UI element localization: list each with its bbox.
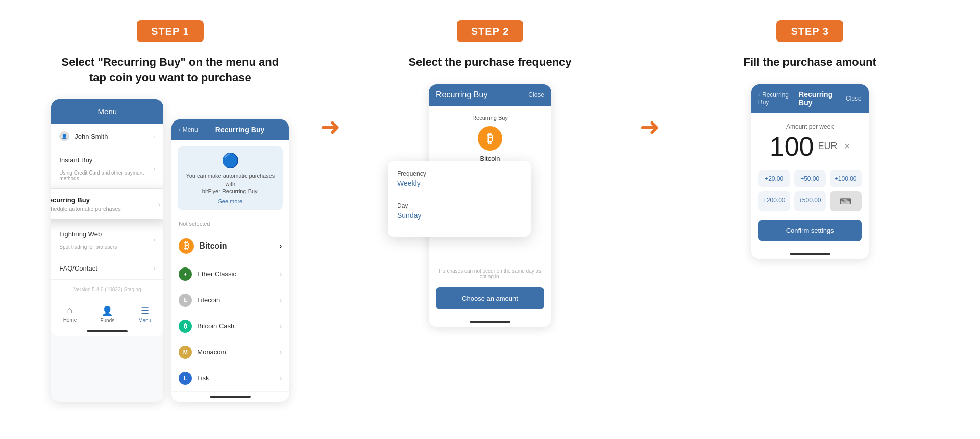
instant-buy-label: Instant Buy <box>59 156 92 164</box>
day-value[interactable]: Sunday <box>397 211 522 220</box>
menu-icon: ☰ <box>141 305 149 316</box>
amount-close-btn[interactable]: Close <box>846 95 862 102</box>
amount-header-title: Recurring Buy <box>799 90 846 107</box>
tab-funds[interactable]: 👤 Funds <box>89 300 126 326</box>
amount-back-btn[interactable]: ‹ Recurring Buy <box>758 91 799 106</box>
day-row: Day Sunday <box>397 202 522 220</box>
arrow-2-3: ➜ <box>640 112 660 141</box>
bottom-note: Purchases can not occur on the same day … <box>429 264 551 283</box>
arrow-1-2: ➜ <box>320 112 340 141</box>
funds-icon: 👤 <box>102 305 113 316</box>
chevron-icon: › <box>153 165 155 173</box>
not-selected-label: Not selected <box>172 216 289 231</box>
recurring-buy-sublabel: Recurring Buy <box>472 115 508 121</box>
step-3-badge: STEP 3 <box>776 20 843 42</box>
amount-value: 100 <box>770 133 814 160</box>
menu-item-user[interactable]: 👤 John Smith › <box>51 124 163 149</box>
step-2-badge: STEP 2 <box>457 20 524 42</box>
chevron-icon: › <box>153 236 155 243</box>
chevron-icon: › <box>280 271 282 278</box>
home-indicator-4 <box>790 253 830 255</box>
menu-item-faq[interactable]: FAQ/Contact › <box>51 257 163 280</box>
amount-display-area: Amount per week 100 EUR ✕ <box>751 113 869 165</box>
frequency-header: Recurring Buy Close <box>429 84 551 106</box>
tab-funds-label: Funds <box>100 318 114 323</box>
step-1-badge: STEP 1 <box>137 20 204 42</box>
quick-amount-100[interactable]: +100.00 <box>830 170 862 187</box>
quick-amount-20[interactable]: +20.00 <box>758 170 790 187</box>
keyboard-btn[interactable]: ⌨ <box>830 191 862 211</box>
menu-item-instant-buy[interactable]: Instant Buy Using Credit Card and other … <box>51 149 163 189</box>
chevron-icon: › <box>153 265 155 272</box>
tab-home-label: Home <box>63 317 77 323</box>
coin-item-ltc[interactable]: Ł Litecoin › <box>172 287 289 313</box>
bitcoin-featured-item[interactable]: ₿ Bitcoin › <box>172 231 289 261</box>
chevron-icon: › <box>280 375 282 382</box>
etc-icon: ♦ <box>179 267 192 281</box>
tab-home[interactable]: ⌂ Home <box>51 300 88 326</box>
frequency-header-title: Recurring Buy <box>436 90 487 100</box>
user-icon: 👤 <box>59 131 69 141</box>
amount-currency: EUR <box>818 141 838 152</box>
menu-item-lightning-web[interactable]: Lightning Web Spot trading for pro users… <box>51 223 163 257</box>
recurring-buy-section: Recurring Buy Schedule automatic purchas… <box>51 189 163 223</box>
amount-per-week-label: Amount per week <box>758 123 862 130</box>
coin-list-back[interactable]: ‹ Menu <box>179 126 198 133</box>
coin-item-lsk[interactable]: L Lisk › <box>172 365 289 392</box>
tab-menu[interactable]: ☰ Menu <box>126 300 163 326</box>
btc-coin-large-icon: ₿ <box>478 126 502 151</box>
mona-name: Monacoin <box>197 348 226 356</box>
amount-screen: ‹ Recurring Buy Recurring Buy Close Amou… <box>751 84 869 249</box>
see-more-link[interactable]: See more <box>184 198 277 204</box>
user-name: John Smith <box>75 133 108 140</box>
ltc-name: Litecoin <box>197 296 220 304</box>
ltc-icon: Ł <box>179 294 192 307</box>
choose-amount-button[interactable]: Choose an amount <box>436 287 544 309</box>
coin-list-header: ‹ Menu Recurring Buy <box>172 119 289 140</box>
step-3-column: STEP 3 Fill the purchase amount ‹ Recurr… <box>670 20 949 259</box>
info-banner: 🔵 You can make automatic purchases withb… <box>178 146 283 210</box>
btc-icon: ₿ <box>179 238 194 254</box>
phone-coin-list: ‹ Menu Recurring Buy 🔵 You can make auto… <box>172 119 289 401</box>
freq-divider <box>397 196 522 196</box>
amount-value-row: 100 EUR ✕ <box>758 133 862 160</box>
lightning-web-label: Lightning Web <box>59 230 102 238</box>
lightning-web-sub: Spot trading for pro users <box>59 244 117 250</box>
step-2-column: STEP 2 Select the purchase frequency Rec… <box>351 20 630 327</box>
menu-header: Menu <box>51 99 163 124</box>
menu-screen: Menu 👤 John Smith › Instant Buy Usi <box>51 99 163 300</box>
confirm-settings-button[interactable]: Confirm settings <box>758 220 862 241</box>
home-bar-4 <box>751 249 869 259</box>
amount-clear-btn[interactable]: ✕ <box>844 141 850 151</box>
chevron-icon: › <box>153 133 155 140</box>
step-1-column: STEP 1 Select "Recurring Buy" on the men… <box>31 20 310 402</box>
coin-item-mona[interactable]: M Monacoin › <box>172 339 289 365</box>
step-2-phone-wrapper: Recurring Buy Close Recurring Buy ₿ Bitc… <box>429 84 551 327</box>
etc-name: Ether Classic <box>197 270 236 278</box>
step-1-title: Select "Recurring Buy" on the menu andta… <box>62 55 279 85</box>
quick-amount-200[interactable]: +200.00 <box>758 191 790 211</box>
mona-icon: M <box>179 346 192 359</box>
bch-icon: ₿ <box>179 320 192 333</box>
frequency-value[interactable]: Weekly <box>397 179 522 187</box>
frequency-label: Frequency <box>397 170 522 177</box>
quick-amounts-grid: +20.00 +50.00 +100.00 +200.00 +500.00 ⌨ <box>751 165 869 216</box>
chevron-icon: › <box>279 241 282 251</box>
chevron-icon: › <box>280 297 282 304</box>
version-text: Version 5.4.0 (10822) Staging <box>51 280 163 300</box>
bitcoin-name: Bitcoin <box>199 241 227 251</box>
coin-item-etc[interactable]: ♦ Ether Classic › <box>172 261 289 287</box>
home-bar-2 <box>172 392 289 402</box>
phone-amount: ‹ Recurring Buy Recurring Buy Close Amou… <box>751 84 869 259</box>
frequency-close-btn[interactable]: Close <box>528 91 544 99</box>
quick-amount-50[interactable]: +50.00 <box>794 170 826 187</box>
home-bar <box>51 326 163 336</box>
quick-amount-500[interactable]: +500.00 <box>794 191 826 211</box>
recurring-buy-floating-card: Recurring Buy Schedule automatic purchas… <box>51 189 163 219</box>
step-2-title: Select the purchase frequency <box>408 55 571 70</box>
lsk-name: Lisk <box>197 374 209 382</box>
coin-list-title: Recurring Buy <box>215 126 264 134</box>
coin-item-bch[interactable]: ₿ Bitcoin Cash › <box>172 313 289 339</box>
phone-menu: Menu 👤 John Smith › Instant Buy Usi <box>51 99 163 401</box>
step-1-screens: Menu 👤 John Smith › Instant Buy Usi <box>51 99 289 401</box>
